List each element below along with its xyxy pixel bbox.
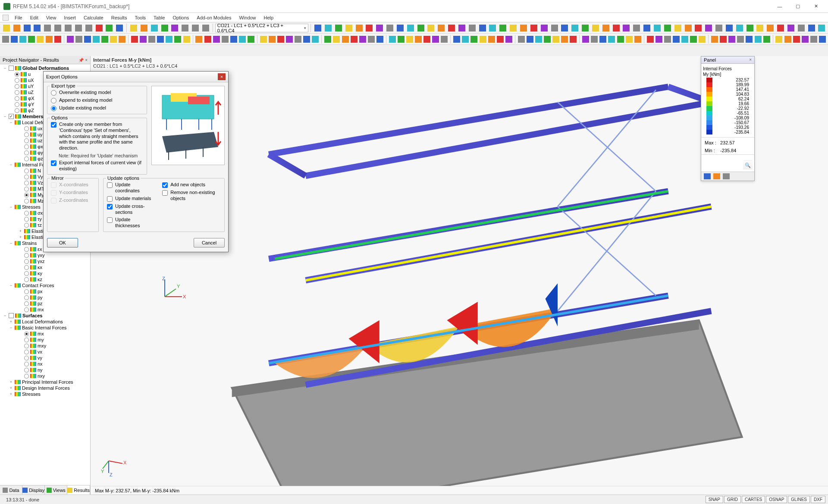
tb1-btn-4[interactable] [43,23,52,33]
tb2-btn-33[interactable] [303,34,310,44]
tb2-btn-6[interactable] [54,34,62,44]
tb2-btn-9[interactable] [84,34,91,44]
tb2-btn-71[interactable] [655,34,663,44]
tb1-btn-11[interactable] [115,23,124,33]
tb2-btn-72[interactable] [664,34,671,44]
tb2-btn-53[interactable] [488,34,496,44]
radio-append[interactable]: Append to existing model [51,97,143,103]
tree-item-53[interactable]: +Design Internal Forces [1,385,89,391]
panel-icon-3[interactable] [723,173,730,179]
tb2-btn-15[interactable] [139,34,147,44]
tb1-btn3-16[interactable] [478,23,487,33]
panel-zoom-icon[interactable]: 🔍 [743,160,753,170]
tb2-btn-79[interactable] [728,34,736,44]
tb1-btn3-0[interactable] [313,23,323,33]
cancel-button[interactable]: Cancel [194,238,225,247]
tree-item-50[interactable]: ny [1,367,89,373]
tree-item-47[interactable]: vx [1,349,89,355]
tb2-btn-69[interactable] [634,34,642,44]
tb1-btn3-18[interactable] [498,23,508,33]
tb2-btn-14[interactable] [131,34,138,44]
tb1-btn3-20[interactable] [519,23,528,33]
tb1-btn3-5[interactable] [364,23,374,33]
tb2-btn-65[interactable] [599,34,607,44]
tb1-btn3-3[interactable] [344,23,354,33]
tb2-btn-22[interactable] [204,34,211,44]
tb2-btn-67[interactable] [616,34,624,44]
tb2-btn-47[interactable] [432,34,439,44]
tb1-btn3-15[interactable] [467,23,477,33]
tb1-btn3-10[interactable] [416,23,426,33]
tb2-btn-21[interactable] [195,34,203,44]
tb1-btn3-1[interactable] [323,23,333,33]
dialog-titlebar[interactable]: Export Options × [44,72,228,82]
tree-item-41[interactable]: −Surfaces [1,313,89,319]
tb2-btn-44[interactable] [406,34,414,44]
tb2-btn-38[interactable] [350,34,358,44]
tb1-btn-0[interactable] [2,23,11,33]
tb1-btn-10[interactable] [104,23,114,33]
check-remove-non-existing[interactable]: Remove non-existing objects [162,190,221,202]
tb2-btn-87[interactable] [801,34,809,44]
tb1-btn-3[interactable] [33,23,42,33]
tb1-btn3-27[interactable] [591,23,600,33]
tb1-btn3-21[interactable] [529,23,539,33]
menu-view[interactable]: View [43,14,60,21]
status-toggle-snap[interactable]: SNAP [706,496,723,503]
tree-item-39[interactable]: pz [1,301,89,307]
menu-addons[interactable]: Add-on Modules [193,14,235,21]
tb1-btn3-36[interactable] [684,23,693,33]
tree-item-45[interactable]: my [1,337,89,343]
tb2-btn-27[interactable] [247,34,255,44]
tb2-btn-76[interactable] [698,34,706,44]
tree-item-34[interactable]: κy [1,270,89,276]
status-toggle-cartes[interactable]: CARTES [742,496,765,503]
tb2-btn-25[interactable] [230,34,238,44]
tb1-btn3-33[interactable] [652,23,662,33]
tb1-btn2-5[interactable] [180,23,190,33]
tb2-btn-82[interactable] [754,34,762,44]
tb2-btn-41[interactable] [376,34,384,44]
tb2-btn-18[interactable] [165,34,173,44]
tb1-btn3-8[interactable] [395,23,405,33]
tb1-btn-1[interactable] [12,23,22,33]
tb2-btn-80[interactable] [737,34,744,44]
tb1-btn3-4[interactable] [354,23,364,33]
tb1-btn-8[interactable] [84,23,94,33]
panel-icon-2[interactable] [713,173,720,179]
tree-item-44[interactable]: mx [1,331,89,337]
tb2-btn-70[interactable] [646,34,654,44]
tb2-btn-16[interactable] [148,34,156,44]
tb1-btn3-34[interactable] [663,23,672,33]
tb1-btn3-24[interactable] [560,23,569,33]
tb2-btn-66[interactable] [608,34,615,44]
tb2-btn-51[interactable] [470,34,478,44]
tb1-btn2-7[interactable] [201,23,210,33]
tree-item-42[interactable]: +Local Deformations [1,319,89,325]
tb2-btn-23[interactable] [213,34,220,44]
tb1-btn3-31[interactable] [632,23,641,33]
panel-close-icon[interactable]: × [749,57,752,63]
tree-item-31[interactable]: γxy [1,252,89,258]
nav-tab-display[interactable]: Display [22,485,45,495]
tb1-btn3-11[interactable] [427,23,436,33]
tb1-btn3-28[interactable] [601,23,611,33]
tb2-btn-43[interactable] [397,34,405,44]
tb2-btn-45[interactable] [414,34,422,44]
tb1-btn-9[interactable] [94,23,104,33]
tb2-btn-88[interactable] [810,34,818,44]
check-update-cross-sections[interactable]: Update cross-sections [107,203,154,216]
tree-item-54[interactable]: +Stresses [1,391,89,397]
tb2-btn-32[interactable] [294,34,302,44]
tree-item-48[interactable]: vy [1,355,89,361]
tree-item-49[interactable]: nx [1,361,89,367]
tb2-btn-26[interactable] [238,34,246,44]
panel-titlebar[interactable]: Panel × [701,56,754,64]
panel-icon-1[interactable] [704,173,711,179]
tb2-btn-40[interactable] [367,34,375,44]
tb2-btn-77[interactable] [711,34,718,44]
maximize-button[interactable]: ▢ [789,1,806,12]
tb2-btn-50[interactable] [461,34,469,44]
tb2-btn-34[interactable] [311,34,319,44]
tb2-btn-49[interactable] [453,34,461,44]
